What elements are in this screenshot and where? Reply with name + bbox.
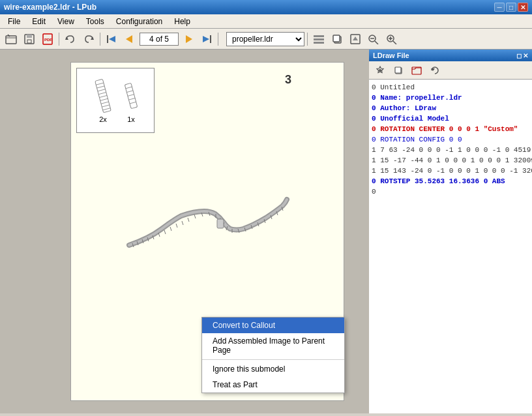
- redo-button[interactable]: [80, 31, 97, 47]
- svg-rect-0: [6, 36, 16, 44]
- menu-edit[interactable]: Edit: [27, 16, 51, 27]
- panel-line-1: 0 Name: propeller.ldr: [372, 93, 529, 103]
- minimize-button[interactable]: ─: [494, 3, 505, 12]
- context-separator: [202, 359, 344, 360]
- panel-line-2: 0 Author: LDraw: [372, 103, 529, 113]
- assembly-area: [110, 141, 305, 304]
- svg-rect-18: [333, 35, 340, 42]
- context-menu: Convert to Callout Add Assembled Image t…: [201, 317, 345, 393]
- part-item-2: 1x: [124, 78, 138, 123]
- menu-file[interactable]: File: [3, 16, 25, 27]
- svg-marker-9: [109, 36, 115, 42]
- menu-configuration[interactable]: Configuration: [111, 16, 168, 27]
- zoom-in-button[interactable]: [383, 31, 400, 47]
- panel-line-4: 0 ROTATION CENTER 0 0 0 1 "Custom": [372, 124, 529, 134]
- svg-line-33: [99, 95, 107, 97]
- part-qty-2: 1x: [127, 115, 135, 123]
- svg-marker-13: [203, 36, 209, 42]
- svg-rect-71: [217, 219, 224, 228]
- file-dropdown-container: propeller.ldr: [226, 32, 304, 46]
- save-button[interactable]: [21, 31, 38, 47]
- title-bar: wire-example2.ldr - LPub ─ □ ✕: [0, 0, 532, 14]
- svg-rect-74: [395, 67, 401, 73]
- toolbar-separator-2: [100, 33, 100, 46]
- context-menu-item-ignore[interactable]: Ignore this submodel: [202, 361, 344, 377]
- last-page-button[interactable]: [198, 31, 215, 47]
- panel-line-10: 0: [372, 186, 529, 197]
- next-page-button[interactable]: [180, 31, 197, 47]
- menu-view[interactable]: View: [52, 16, 80, 27]
- parts-list-box: 2x: [76, 68, 155, 133]
- svg-point-72: [379, 69, 381, 72]
- panel-line-3: 0 Unofficial Model: [372, 113, 529, 124]
- panel-header: LDraw File ◻ ✕: [369, 50, 532, 61]
- svg-line-50: [164, 230, 166, 234]
- svg-line-52: [176, 224, 177, 228]
- svg-line-41: [128, 94, 134, 96]
- panel-toolbar: [369, 61, 532, 80]
- menu-tools[interactable]: Tools: [81, 16, 110, 27]
- panel-copy-button[interactable]: [390, 63, 407, 78]
- svg-line-30: [97, 85, 105, 87]
- step-number: 3: [285, 73, 291, 87]
- maximize-button[interactable]: □: [506, 3, 516, 12]
- undo-button[interactable]: [62, 31, 79, 47]
- window-controls: ─ □ ✕: [494, 3, 528, 12]
- prev-page-button[interactable]: [121, 31, 138, 47]
- svg-rect-15: [314, 38, 324, 40]
- panel-title: LDraw File: [373, 52, 409, 59]
- svg-text:PDF: PDF: [44, 38, 52, 42]
- svg-line-32: [98, 92, 106, 94]
- panel-settings-button[interactable]: [372, 63, 389, 78]
- panel-line-9: 0 ROTSTEP 35.5263 16.3636 0 ABS: [372, 176, 529, 186]
- panel-line-7: 1 15 -17 -44 0 1 0 0 0 1 0 0 0 1 32009.d…: [372, 155, 529, 166]
- close-button[interactable]: ✕: [518, 3, 528, 12]
- panel-header-buttons: ◻ ✕: [516, 52, 528, 59]
- context-menu-item-treat-as-part[interactable]: Treat as Part: [202, 377, 344, 393]
- export-button[interactable]: [347, 31, 364, 47]
- svg-line-53: [182, 221, 183, 225]
- parts-row: 2x: [93, 78, 138, 123]
- svg-line-36: [102, 104, 110, 106]
- svg-line-51: [170, 227, 171, 231]
- toolbar-separator-4: [307, 33, 308, 46]
- nav-controls: [103, 31, 215, 47]
- first-page-button[interactable]: [103, 31, 120, 47]
- svg-line-55: [194, 215, 196, 218]
- svg-marker-11: [186, 35, 192, 43]
- svg-line-37: [103, 108, 111, 110]
- pdf-button[interactable]: PDF: [39, 31, 56, 47]
- svg-line-22: [375, 41, 378, 44]
- page-canvas: 2x: [70, 62, 344, 401]
- context-menu-item-add-assembled[interactable]: Add Assembled Image to Parent Page: [202, 333, 344, 358]
- part-thumbnail-2: [124, 78, 138, 114]
- svg-line-39: [126, 87, 132, 89]
- panel-refresh-button[interactable]: [426, 63, 443, 78]
- zoom-out-button[interactable]: [365, 31, 382, 47]
- menu-bar: File Edit View Tools Configuration Help: [0, 14, 532, 29]
- svg-line-25: [393, 41, 396, 44]
- left-sidebar: [0, 50, 46, 413]
- context-menu-item-convert[interactable]: Convert to Callout: [202, 318, 344, 333]
- panel-restore-button[interactable]: ◻: [516, 52, 522, 59]
- open-button[interactable]: [3, 31, 20, 47]
- svg-rect-3: [27, 40, 31, 43]
- page-input[interactable]: [140, 33, 179, 46]
- toolbar-separator-3: [218, 33, 218, 46]
- parts-illustration: 2x: [93, 78, 138, 123]
- panel-content: 0 Untitled 0 Name: propeller.ldr 0 Autho…: [369, 80, 532, 413]
- part-item-1: 2x: [93, 78, 113, 123]
- menu-help[interactable]: Help: [169, 16, 196, 27]
- svg-rect-75: [412, 67, 421, 74]
- panel-open-button[interactable]: [408, 63, 425, 78]
- window-title: wire-example2.ldr - LPub: [4, 3, 96, 12]
- svg-rect-16: [314, 42, 324, 44]
- panel-close-button[interactable]: ✕: [523, 52, 528, 59]
- main-area: 2x: [0, 50, 532, 413]
- file-select[interactable]: propeller.ldr: [226, 32, 304, 46]
- copy-button[interactable]: [329, 31, 346, 47]
- part-qty-1: 2x: [99, 115, 107, 123]
- svg-rect-2: [27, 35, 32, 38]
- view-settings-button[interactable]: [310, 31, 327, 47]
- right-panel: LDraw File ◻ ✕ 0 Untitled 0 Name: propel…: [369, 50, 532, 413]
